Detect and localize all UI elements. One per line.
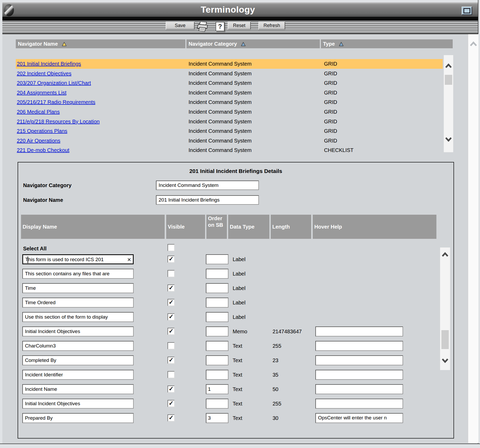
display-name-input[interactable]: CharColumn3 xyxy=(22,341,134,351)
navigator-category-input[interactable]: Incident Command System xyxy=(156,181,259,190)
navigator-category-value: Incident Command System xyxy=(156,181,258,189)
navigator-name-cell: 220 Air Operations xyxy=(16,136,186,146)
order-on-sb-value: 3 xyxy=(206,414,228,423)
navigator-name-cell: 203/207 Organization List/Chart xyxy=(16,78,186,88)
reset-button[interactable]: Reset xyxy=(228,22,251,30)
clear-input-icon[interactable]: ✕ xyxy=(127,257,131,263)
data-type-value: Memo xyxy=(233,326,247,336)
hover-help-input[interactable] xyxy=(315,341,403,351)
column-header-type[interactable]: Type xyxy=(321,39,453,48)
order-on-sb-input[interactable] xyxy=(206,298,228,308)
scroll-down-icon[interactable] xyxy=(444,137,453,143)
order-on-sb-input[interactable] xyxy=(206,341,228,351)
navigator-type-cell: GRID xyxy=(320,78,440,88)
visible-checkbox[interactable] xyxy=(168,256,175,263)
length-value: 50 xyxy=(273,384,278,394)
hover-help-input[interactable] xyxy=(315,326,403,336)
visible-checkbox[interactable] xyxy=(168,328,175,335)
navigator-name-input[interactable]: 201 Initial Incident Briefings xyxy=(156,195,259,205)
order-on-sb-input[interactable] xyxy=(206,326,228,336)
order-on-sb-input[interactable] xyxy=(206,399,228,409)
refresh-button[interactable]: Refresh xyxy=(258,22,285,30)
hover-help-input[interactable] xyxy=(315,384,403,394)
navigator-category-cell: Incident Command System xyxy=(186,69,320,78)
maximize-button[interactable] xyxy=(462,7,472,15)
navigator-name-link[interactable]: 206 Medical Plans xyxy=(17,109,60,115)
display-name-input[interactable]: Initial Incident Objectives xyxy=(22,326,134,336)
visible-checkbox[interactable] xyxy=(168,299,175,306)
column-header-label: Navigator Name xyxy=(18,41,58,47)
navigator-name-link[interactable]: 211/e/p/218 Resources By Location xyxy=(17,119,100,124)
visible-checkbox[interactable] xyxy=(168,313,175,320)
order-on-sb-input[interactable]: 3 xyxy=(206,413,228,423)
display-name-input[interactable]: Time Ordered xyxy=(22,298,134,308)
display-name-input[interactable]: This form is used to record ICS 201✕ xyxy=(22,254,134,264)
navigator-name-link[interactable]: 202 Incident Objectives xyxy=(17,71,71,76)
display-name-input[interactable]: Prepared By xyxy=(22,413,134,423)
navigator-table-scrollbar[interactable] xyxy=(444,55,453,152)
navigator-name-label: Navigator Name xyxy=(23,195,63,205)
visible-checkbox[interactable] xyxy=(168,270,175,277)
hover-help-input[interactable] xyxy=(315,399,403,409)
scroll-down-icon[interactable] xyxy=(440,358,450,364)
display-name-input[interactable]: Initial Incident Objectives xyxy=(22,399,134,409)
column-header-navigator-name[interactable]: Navigator Name xyxy=(16,39,185,48)
display-name-input[interactable]: Incident Name xyxy=(22,384,134,394)
length-value: 255 xyxy=(273,341,281,351)
order-on-sb-input[interactable] xyxy=(206,254,228,264)
window-frame-left xyxy=(0,0,2,448)
save-button[interactable]: Save xyxy=(166,22,195,30)
print-button[interactable] xyxy=(196,21,210,34)
scrollbar-thumb[interactable] xyxy=(441,330,449,349)
navigator-name-link[interactable]: 204 Assignments List xyxy=(17,90,66,96)
help-button[interactable]: ? xyxy=(216,22,225,31)
visible-checkbox[interactable] xyxy=(168,342,175,349)
navigator-name-link[interactable]: 215 Operations Plans xyxy=(17,128,67,134)
order-on-sb-input[interactable] xyxy=(206,355,228,365)
hover-help-input[interactable]: OpsCenter will enter the user n xyxy=(315,413,403,423)
display-name-input[interactable]: Incident Identifier xyxy=(22,370,134,380)
visible-checkbox[interactable] xyxy=(168,357,175,364)
text-caret xyxy=(28,256,28,263)
order-on-sb-input[interactable]: 1 xyxy=(206,384,228,394)
display-name-input[interactable]: Use this section of the form to display xyxy=(22,312,134,322)
visible-checkbox[interactable] xyxy=(168,386,175,393)
window-title: Terminology xyxy=(2,4,453,15)
scroll-up-icon[interactable] xyxy=(444,64,453,69)
navigator-name-link[interactable]: 221 De-mob Checkout xyxy=(17,147,69,153)
data-type-value: Label xyxy=(233,254,246,264)
visible-checkbox[interactable] xyxy=(168,400,175,407)
navigator-name-link[interactable]: 205/216/217 Radio Requirements xyxy=(17,99,95,105)
terminology-window: Terminology Save ? Reset Refresh Navigat… xyxy=(0,0,480,448)
scrollbar-thumb[interactable] xyxy=(445,75,452,85)
data-type-value: Text xyxy=(233,370,242,380)
visible-checkbox[interactable] xyxy=(168,371,175,378)
order-on-sb-input[interactable] xyxy=(206,269,228,279)
column-header-navigator-category[interactable]: Navigator Category xyxy=(186,39,320,48)
navigator-name-link[interactable]: 203/207 Organization List/Chart xyxy=(17,80,91,86)
hover-help-input[interactable] xyxy=(315,355,403,365)
order-on-sb-input[interactable] xyxy=(206,312,228,322)
navigator-name-link[interactable]: 201 Initial Incident Briefings xyxy=(17,61,81,67)
hover-help-input[interactable] xyxy=(315,370,403,380)
scroll-up-icon[interactable] xyxy=(468,41,478,48)
display-name-value: Time xyxy=(23,284,133,293)
display-name-input[interactable]: Completed By xyxy=(22,355,134,365)
page-scrollbar[interactable] xyxy=(468,34,478,443)
details-table-scrollbar[interactable] xyxy=(440,247,450,370)
visible-checkbox[interactable] xyxy=(168,414,175,421)
order-on-sb-input[interactable] xyxy=(206,370,228,380)
select-all-checkbox[interactable] xyxy=(168,244,175,251)
navigator-name-link[interactable]: 220 Air Operations xyxy=(17,138,60,144)
table-row: 204 Assignments ListIncident Command Sys… xyxy=(16,88,443,98)
display-name-input[interactable]: This section contains any files that are xyxy=(22,269,134,279)
scroll-up-icon[interactable] xyxy=(440,252,450,258)
column-header-hover-help: Hover Help xyxy=(313,215,436,239)
visible-checkbox[interactable] xyxy=(168,284,175,292)
navigator-type-cell: GRID xyxy=(320,59,440,69)
navigator-name-cell: 211/e/p/218 Resources By Location xyxy=(16,117,186,127)
order-on-sb-input[interactable] xyxy=(206,283,228,293)
display-name-input[interactable]: Time xyxy=(22,283,134,293)
navigator-type-cell: CHECKLIST xyxy=(320,145,440,155)
data-type-value: Label xyxy=(233,312,246,322)
